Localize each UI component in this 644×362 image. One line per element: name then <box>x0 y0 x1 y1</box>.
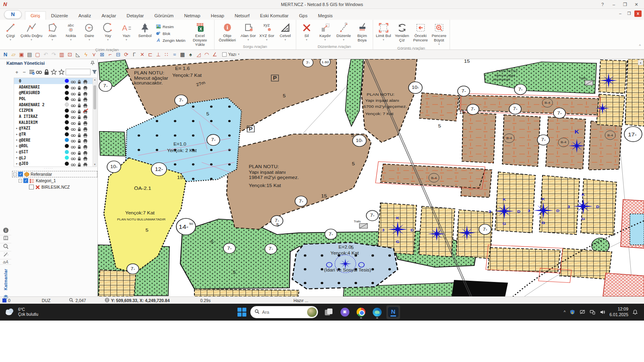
layer-color-dot[interactable] <box>65 91 69 95</box>
alan-button[interactable]: Alan▾ <box>43 21 62 47</box>
layer-list-scrollbar[interactable]: ▲ ▼ <box>93 78 96 167</box>
printer-disabled-icon[interactable] <box>83 108 88 113</box>
pencere-buyut-button[interactable]: Pencere Büyüt▾ <box>430 21 448 45</box>
lock-icon[interactable] <box>77 126 82 131</box>
visibility-all-button[interactable] <box>36 69 42 75</box>
layers-tab[interactable] <box>0 294 11 302</box>
reference-category-row[interactable]: − Kategori_1 <box>12 177 97 184</box>
visibility-icon[interactable] <box>71 155 76 160</box>
cast-display-icon[interactable] <box>589 309 596 315</box>
reference-root-row[interactable]: − Referanslar <box>12 171 97 177</box>
sembol-button[interactable]: Sembol <box>136 21 154 47</box>
lock-all-button[interactable] <box>43 69 50 75</box>
maximize-button[interactable]: ❒ <box>620 1 630 8</box>
edge-icon[interactable] <box>370 305 384 319</box>
printer-icon[interactable] <box>83 132 88 137</box>
tab-gorunum[interactable]: Görünüm <box>149 12 179 20</box>
yazi-dropdown-icon[interactable]: ▾ <box>238 53 239 56</box>
layer-color-dot[interactable] <box>65 85 69 89</box>
coklu-dogru-button[interactable]: Çoklu Doğru▾ <box>20 21 43 47</box>
tab-duzenle[interactable]: Düzenle <box>46 12 73 20</box>
add-layer-button[interactable]: + <box>14 69 20 75</box>
visibility-icon[interactable] <box>71 126 76 131</box>
kategori-checkbox[interactable] <box>23 178 28 183</box>
printer-icon[interactable] <box>83 150 88 154</box>
black-zone[interactable] <box>452 280 508 296</box>
zengin-metin-button[interactable]: AZengin Metin <box>156 37 186 43</box>
referanslar-checkbox[interactable] <box>18 172 23 177</box>
netcad-taskbar-icon[interactable]: N <box>386 305 400 319</box>
lock-icon[interactable] <box>77 120 82 125</box>
notification-bell-icon[interactable] <box>632 309 638 315</box>
scroll-up-icon[interactable]: ▲ <box>93 78 97 82</box>
daire-button[interactable]: Daire▾ <box>80 21 99 47</box>
expand-icon[interactable]: ▸ <box>15 144 19 148</box>
layer-color-dot[interactable] <box>65 144 69 148</box>
ribbon-collapse-button[interactable]: ^ <box>639 44 641 48</box>
collapse-icon[interactable]: − <box>13 173 17 176</box>
yay-button[interactable]: Yay▾ <box>99 21 117 47</box>
printer-icon[interactable] <box>83 114 88 119</box>
duzenle-button[interactable]: Düzenle▾ <box>334 21 353 44</box>
resim-button[interactable]: Resim <box>156 24 186 30</box>
layer-row[interactable]: A_ITIRAZ <box>14 113 96 119</box>
lock-icon[interactable] <box>77 132 82 137</box>
close-button[interactable]: ✕ <box>631 1 642 8</box>
lock-icon[interactable] <box>77 78 82 83</box>
expand-icon[interactable]: ▸ <box>15 138 19 142</box>
blok-button[interactable]: Blok <box>156 31 186 37</box>
obje-ozellikleri-button[interactable]: iObje Özellikleri <box>216 21 239 44</box>
visibility-icon[interactable] <box>71 96 76 101</box>
layer-color-dot[interactable] <box>65 103 69 107</box>
layer-color-dot[interactable] <box>65 126 69 130</box>
nokta-button[interactable]: abcNokta▾ <box>62 21 80 47</box>
expand-icon[interactable]: ▸ <box>15 150 19 154</box>
map-scroll-up-button[interactable]: ▲ <box>638 60 643 65</box>
tray-expand-icon[interactable]: ^ <box>564 310 566 315</box>
lock-icon[interactable] <box>77 161 82 166</box>
tab-gps[interactable]: Gps <box>294 12 313 20</box>
layer-color-dot[interactable] <box>65 150 69 154</box>
visibility-icon[interactable] <box>71 120 76 125</box>
chrome-icon[interactable] <box>354 305 368 319</box>
scroll-thumb[interactable] <box>93 85 96 109</box>
visibility-icon[interactable] <box>71 150 76 154</box>
layer-row[interactable]: ADAKENARI <box>14 84 96 90</box>
layer-color-dot[interactable] <box>65 109 69 113</box>
yazi-button[interactable]: AYazı▾ <box>117 21 136 47</box>
visibility-icon[interactable] <box>71 108 76 113</box>
layer-color-dot[interactable] <box>65 79 69 83</box>
visibility-icon[interactable] <box>71 114 76 119</box>
layer-group-button[interactable] <box>29 69 35 75</box>
lock-icon[interactable] <box>77 114 82 119</box>
visibility-icon[interactable] <box>71 102 76 107</box>
printer-icon[interactable] <box>83 126 88 131</box>
layer-row[interactable]: ▸@YAZI <box>14 125 96 132</box>
layer-row[interactable]: ADAKENARI_2 <box>14 102 96 108</box>
visibility-icon[interactable] <box>71 144 76 148</box>
tab-netmap[interactable]: Netmap <box>179 12 205 20</box>
printer-icon[interactable] <box>83 90 88 95</box>
visibility-icon[interactable] <box>71 132 76 137</box>
bicim-boya-button[interactable]: Biçim Boya <box>353 21 372 44</box>
cizgi-button[interactable]: Çizgi▾ <box>1 21 20 47</box>
layer-color-dot[interactable] <box>65 138 69 142</box>
document-restore-button[interactable]: ❒ <box>625 10 633 17</box>
tab-eski-komutlar[interactable]: Eski Komutlar <box>255 12 294 20</box>
search-highlight-thumbnail[interactable] <box>307 307 317 317</box>
yeniden-ciz-button[interactable]: Yeniden Çiz <box>393 21 411 45</box>
layer-row[interactable]: CIZPEN <box>14 107 96 113</box>
layer-filter-input[interactable] <box>66 69 91 75</box>
cetvel-button[interactable]: Cetvel▾ <box>276 21 295 44</box>
scroll-down-icon[interactable]: ▼ <box>93 163 97 167</box>
lock-icon[interactable] <box>77 150 82 154</box>
tab-analiz[interactable]: Analiz <box>73 12 96 20</box>
favorite-button[interactable] <box>51 69 57 75</box>
file-explorer-icon[interactable] <box>322 305 336 319</box>
layer-row[interactable]: ▸@SIT <box>14 149 96 155</box>
layer-color-dot[interactable] <box>65 132 69 136</box>
printer-icon[interactable] <box>83 84 88 89</box>
panel-splitter[interactable]: ····· <box>0 167 97 171</box>
book-tab[interactable] <box>0 235 11 243</box>
layer-row[interactable]: ▸@LJ <box>14 155 96 161</box>
